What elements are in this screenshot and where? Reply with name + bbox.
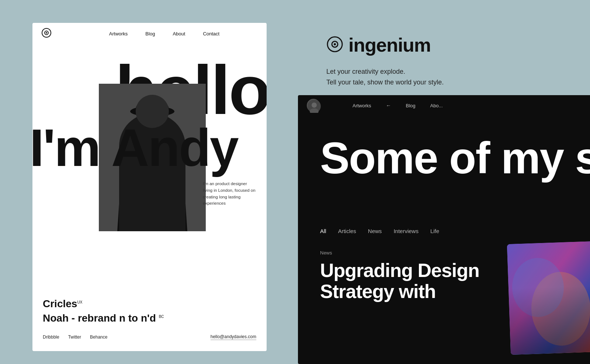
filter-life[interactable]: Life <box>430 228 439 234</box>
svg-point-7 <box>130 106 174 117</box>
right-dark-card: Artworks ← Blog Abo... Some of my se All… <box>298 95 590 364</box>
article-image <box>507 241 590 355</box>
svg-rect-12 <box>163 187 174 205</box>
article-image-overlay <box>509 285 590 355</box>
filter-articles[interactable]: Articles <box>338 228 356 234</box>
brand-name-text: ingenium <box>348 34 431 56</box>
left-footer: Dribbble Twitter Behance hello@andydavie… <box>32 334 267 340</box>
nav-artworks[interactable]: Artworks <box>109 31 128 37</box>
eye-logo-icon <box>41 28 52 38</box>
right-nav-arrow: ← <box>386 103 391 108</box>
filter-tabs: All Articles News Interviews Life <box>320 228 439 234</box>
right-nav-avatar <box>307 99 320 112</box>
email-link[interactable]: hello@andydavies.com <box>211 334 256 340</box>
hero-description: I'm an product designer living in London… <box>203 181 256 207</box>
left-nav: Artworks Blog About Contact <box>32 23 267 44</box>
social-links: Dribbble Twitter Behance <box>43 334 107 340</box>
portfolio-list: CriclesUX Noah - rebrand n to n'd BC <box>43 297 164 325</box>
brand-header: ingenium <box>326 34 572 56</box>
left-nav-links: Artworks Blog About Contact <box>80 31 219 37</box>
right-nav-links: Artworks ← Blog Abo... <box>353 103 443 108</box>
brand-tagline: Let your creativity explode. Tell your t… <box>326 66 572 88</box>
svg-point-19 <box>312 103 317 108</box>
brand-eye-icon <box>326 36 343 54</box>
right-nav-about[interactable]: Abo... <box>430 103 443 108</box>
brand-info-panel: ingenium Let your creativity explode. Te… <box>308 23 590 99</box>
name-heading: I'm Andy <box>32 122 238 174</box>
portfolio-item-1[interactable]: CriclesUX <box>43 297 164 311</box>
svg-rect-13 <box>164 188 173 203</box>
svg-point-17 <box>334 43 336 45</box>
filter-interviews[interactable]: Interviews <box>393 228 419 234</box>
brand-logo-icon <box>326 36 343 53</box>
svg-rect-8 <box>136 102 169 116</box>
right-nav-blog[interactable]: Blog <box>406 103 416 108</box>
svg-point-2 <box>46 32 47 34</box>
twitter-link[interactable]: Twitter <box>68 334 81 340</box>
left-portfolio-card: Artworks Blog About Contact hello <box>32 23 267 351</box>
dribbble-link[interactable]: Dribbble <box>43 334 59 340</box>
filter-news[interactable]: News <box>368 228 382 234</box>
left-logo[interactable] <box>41 28 52 39</box>
portfolio-item-2[interactable]: Noah - rebrand n to n'd BC <box>43 311 164 325</box>
nav-contact[interactable]: Contact <box>203 31 219 37</box>
right-nav-artworks[interactable]: Artworks <box>353 103 371 108</box>
behance-link[interactable]: Behance <box>90 334 107 340</box>
dark-card-headline: Some of my se <box>320 136 590 180</box>
nav-blog[interactable]: Blog <box>145 31 155 37</box>
filter-all[interactable]: All <box>320 228 326 234</box>
avatar-image <box>308 100 321 113</box>
nav-about[interactable]: About <box>173 31 185 37</box>
right-nav: Artworks ← Blog Abo... <box>298 95 590 116</box>
